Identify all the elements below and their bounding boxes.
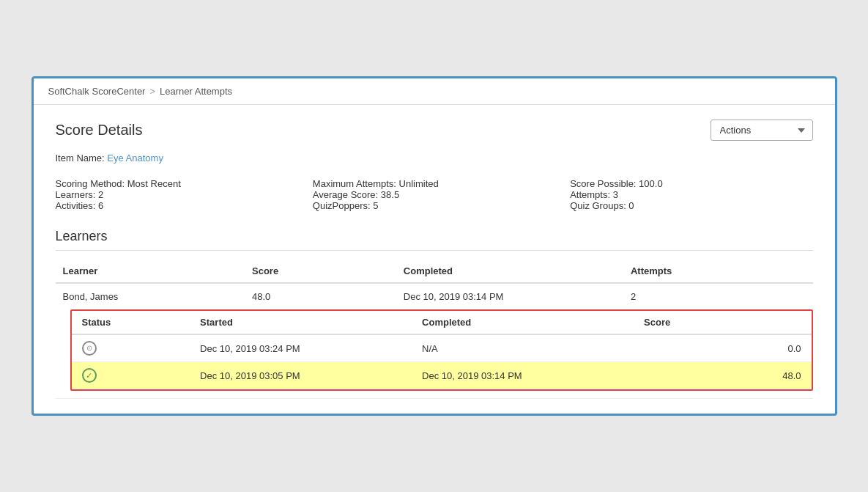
sub-col-header-completed: Completed <box>412 311 634 334</box>
check-icon: ✓ <box>82 368 97 383</box>
actions-dropdown[interactable]: Actions <box>711 120 813 141</box>
col-header-completed: Completed <box>396 260 623 283</box>
sub-col-header-started: Started <box>190 311 412 334</box>
learner-attempts: 2 <box>623 283 813 309</box>
stat-item-0: Scoring Method: Most Recent Learners: 2 … <box>56 178 298 211</box>
attempt-row-1: ⊙ Dec 10, 2019 03:24 PM N/A 0.0 <box>72 334 812 362</box>
attempts-sub-table-wrapper: Status Started Completed Score <box>70 309 813 391</box>
item-name-value: Eye Anatomy <box>107 153 163 164</box>
learner-completed: Dec 10, 2019 03:14 PM <box>396 283 623 309</box>
sub-col-header-status: Status <box>72 311 190 334</box>
stat-3: Learners: 2 <box>56 189 298 200</box>
main-content: Score Details Actions Item Name: Eye Ana… <box>34 105 835 414</box>
learners-title: Learners <box>56 229 813 251</box>
breadcrumb-separator: > <box>149 86 155 97</box>
col-header-learner: Learner <box>56 260 245 283</box>
stat-5: Attempts: 3 <box>570 189 812 200</box>
stat-2: Score Possible: 100.0 <box>570 178 812 189</box>
learner-score: 48.0 <box>245 283 396 309</box>
stats-grid: Scoring Method: Most Recent Learners: 2 … <box>56 178 813 211</box>
learners-table: Learner Score Completed Attempts Bond, J… <box>56 260 813 399</box>
attempt-row-2: ✓ Dec 10, 2019 03:05 PM Dec 10, 2019 03:… <box>72 362 812 389</box>
score-details-header: Score Details Actions <box>56 120 813 141</box>
stat-4: Average Score: 38.5 <box>313 189 555 200</box>
breadcrumb-root: SoftChalk ScoreCenter <box>48 86 146 97</box>
stat-8: Quiz Groups: 0 <box>570 200 812 211</box>
score-details-title: Score Details <box>56 122 143 139</box>
stat-1: Maximum Attempts: Unlimited <box>313 178 555 189</box>
stat-0: Scoring Method: Most Recent <box>56 178 298 189</box>
stat-item-1: Maximum Attempts: Unlimited Average Scor… <box>313 178 555 211</box>
stat-6: Activities: 6 <box>56 200 298 211</box>
pending-icon: ⊙ <box>82 341 97 356</box>
attempts-sub-table: Status Started Completed Score <box>72 311 812 389</box>
attempt-1-status: ⊙ <box>72 334 190 362</box>
table-row: Bond, James 48.0 Dec 10, 2019 03:14 PM 2 <box>56 283 813 309</box>
attempt-2-started: Dec 10, 2019 03:05 PM <box>190 362 412 389</box>
learners-section: Learners Learner Score Completed Attempt… <box>56 229 813 399</box>
attempt-1-started: Dec 10, 2019 03:24 PM <box>190 334 412 362</box>
attempt-2-score: 48.0 <box>634 362 811 389</box>
app-container: SoftChalk ScoreCenter > Learner Attempts… <box>31 76 837 416</box>
attempt-1-completed: N/A <box>412 334 634 362</box>
learner-name: Bond, James <box>56 283 245 309</box>
item-name-label: Item Name: <box>56 153 105 164</box>
attempts-table-header: Status Started Completed Score <box>72 311 812 334</box>
breadcrumb: SoftChalk ScoreCenter > Learner Attempts <box>34 78 835 105</box>
attempts-row: Status Started Completed Score <box>56 309 813 399</box>
learners-table-header: Learner Score Completed Attempts <box>56 260 813 283</box>
breadcrumb-current: Learner Attempts <box>160 86 232 97</box>
col-header-score: Score <box>245 260 396 283</box>
attempt-2-completed: Dec 10, 2019 03:14 PM <box>412 362 634 389</box>
col-header-attempts: Attempts <box>623 260 813 283</box>
attempt-1-score: 0.0 <box>634 334 811 362</box>
sub-col-header-score: Score <box>634 311 811 334</box>
attempt-2-status: ✓ <box>72 362 190 389</box>
stat-7: QuizPoppers: 5 <box>313 200 555 211</box>
item-name-row: Item Name: Eye Anatomy <box>56 153 813 164</box>
stat-item-2: Score Possible: 100.0 Attempts: 3 Quiz G… <box>570 178 812 211</box>
